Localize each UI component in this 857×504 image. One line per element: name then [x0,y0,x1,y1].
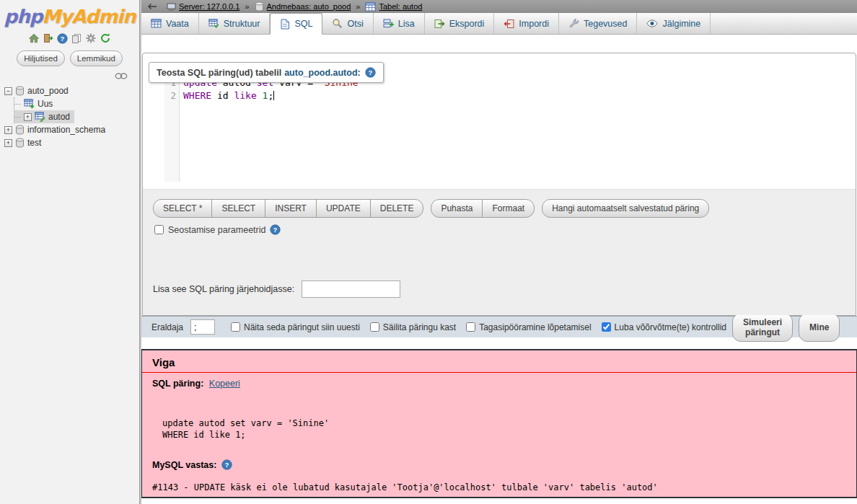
table-icon [365,2,376,12]
go-button[interactable]: Mine [799,313,840,342]
bind-parameters-label: Seostamise parameetrid [168,225,265,235]
tab-sql[interactable]: SQL [270,13,322,35]
breadcrumb-server[interactable]: Server: 127.0.0.1 [167,2,239,11]
tab-label: Impordi [519,19,549,29]
sql-query-label: SQL päring: [152,379,203,389]
query-toolbar-section: SELECT *SELECTINSERTUPDATEDELETE Puhasta… [143,189,856,315]
structure-icon [208,19,219,29]
collapse-sidebar-icon[interactable] [147,3,157,10]
database-icon [15,138,25,148]
svg-text:?: ? [225,461,229,469]
select-template-button[interactable]: SELECT * [153,199,212,218]
tab-tegevused[interactable]: Tegevused [559,13,637,34]
tab-struktuur[interactable]: Struktuur [199,13,271,34]
tab-label: Ekspordi [449,19,485,29]
help-icon[interactable]: ? [57,32,68,44]
favorites-button[interactable]: Lemmikud [70,50,123,66]
svg-text:?: ? [61,35,65,43]
tree-item-information-schema[interactable]: +information_schema [4,123,110,136]
tab-vaata[interactable]: Vaata [141,13,199,34]
delete-template-button[interactable]: DELETE [370,199,424,218]
checkbox-tagasip-ramine-l-petamisel[interactable] [466,322,475,332]
tab-lisa[interactable]: Lisa [374,13,425,34]
options-checkboxes: Näita seda päringut siin uuestiSäilita p… [221,322,726,332]
sql-file-icon [280,19,290,30]
insert-template-button[interactable]: INSERT [265,199,317,218]
settings-icon[interactable] [85,32,97,44]
tab-impordi[interactable]: Impordi [494,13,559,34]
link-icon[interactable] [115,72,128,80]
tab-otsi[interactable]: Otsi [322,13,373,34]
bind-parameters-checkbox[interactable] [154,225,164,234]
formaat-button[interactable]: Formaat [482,199,535,218]
puhasta-button[interactable]: Puhasta [431,199,483,218]
option-luba-v-rv-tme-te-kontrollid: Luba võõrvõtme(te) kontrollid [602,322,726,332]
error-panel: Viga SQL päring: Kopeeri update autod se… [141,349,857,498]
codemirror-editor[interactable]: 12 update autod set varv = 'Sinine'WHERE… [164,76,845,182]
tab-ekspordi[interactable]: Ekspordi [425,13,495,34]
expand-toggle[interactable]: + [4,126,12,134]
tree-item-test[interactable]: +test [4,136,45,149]
sidebar-toolbar: ? [0,32,139,44]
docs-icon[interactable] [71,32,82,44]
tree-item-auto-pood[interactable]: −auto_pood [4,84,73,97]
tab-label: Lisa [398,19,415,29]
tree-item-label: autod [48,112,70,122]
breadcrumb-andmebaas[interactable]: Andmebaas: auto_pood [255,1,351,12]
tree-item-label: test [27,138,41,148]
tab-j-lgimine[interactable]: Jälgimine [637,13,711,34]
table-link[interactable]: auto_pood.autod [284,68,357,78]
editor-code[interactable]: update autod set varv = 'Sinine'WHERE id… [180,76,364,182]
phpmyadmin-logo[interactable]: phpMyAdmin [0,6,139,27]
help-icon[interactable]: ? [270,224,281,235]
refresh-icon[interactable] [100,32,111,44]
breadcrumb-label: Tabel: autod [379,2,422,11]
tab-label: Otsi [347,19,363,29]
table-tabs: VaataStruktuurSQLOtsiLisaEkspordiImpordi… [141,13,857,35]
tab-label: Jälgimine [662,19,700,29]
checkbox-luba-v-rv-tme-te-kontrollid[interactable] [602,322,611,332]
expand-toggle[interactable]: + [4,139,12,147]
bookmark-row: Lisa see SQL päring järjehoidjasse: [153,280,400,298]
mysql-said-label: MySQL vastas: [152,460,216,470]
checkbox-n-ita-seda-p-ringut-siin-uuesti[interactable] [231,322,240,332]
editor-action-button-group: PuhastaFormaat [431,199,535,218]
bookmark-input[interactable] [302,280,400,298]
svg-text:?: ? [368,68,372,76]
exit-icon[interactable] [43,32,54,44]
sql-token-plain: ; [268,90,273,101]
error-title: Viga [142,350,856,373]
breadcrumb-label: Server: 127.0.0.1 [179,2,239,11]
tree-item-autod[interactable]: +autod [14,110,74,123]
home-icon[interactable] [28,32,40,44]
recents-button[interactable]: Hiljutised [17,50,65,66]
import-icon [504,19,514,29]
copy-query-link[interactable]: Kopeeri [209,379,240,389]
bookmark-label: Lisa see SQL päring järjehoidjasse: [153,284,294,294]
delimiter-input[interactable] [190,319,215,335]
simulate-query-button[interactable]: Simuleeri päringut [732,313,793,342]
tree-item-uus[interactable]: Uus [14,97,57,110]
collapse-toggle[interactable]: − [4,87,12,95]
tab-label: Tegevused [584,19,627,29]
mysql-said-row: MySQL vastas: ? [142,459,856,470]
query-options-bar: Eraldaja Näita seda päringut siin uuesti… [141,316,857,337]
tab-label: Struktuur [224,19,260,29]
main-panel: Server: 127.0.0.1»Andmebaas: auto_pood»T… [141,0,857,504]
checkbox-s-ilita-p-ringu-kast[interactable] [370,322,379,332]
expand-toggle[interactable]: + [24,113,32,121]
get-saved-query-button[interactable]: Hangi automaatselt salvestatud päring [542,199,709,218]
option-s-ilita-p-ringu-kast: Säilita päringu kast [370,322,456,332]
legend-text: Teosta SQL päring(ud) tabelil [157,68,281,78]
tab-label: SQL [294,19,312,29]
sql-token-keyword: WHERE [183,90,211,101]
delimiter-label: Eraldaja [151,322,183,332]
insert-icon [383,19,394,29]
update-template-button[interactable]: UPDATE [316,199,371,218]
select-template-button[interactable]: SELECT [211,199,265,218]
content-area: Teosta SQL päring(ud) tabelil auto_pood.… [141,53,857,498]
help-icon[interactable]: ? [221,459,232,470]
tree-item-label: Uus [38,99,53,109]
help-icon[interactable]: ? [365,67,376,78]
breadcrumb-tabel[interactable]: Tabel: autod [365,2,422,12]
